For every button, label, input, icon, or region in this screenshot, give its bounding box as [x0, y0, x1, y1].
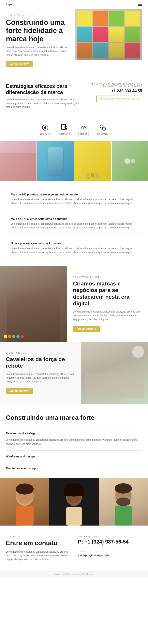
logo-name-1: COMPANY [40, 133, 51, 135]
stats-section: Mais de 345 projetos de sucesso em todo … [0, 181, 148, 266]
hero-body: Lorem ipsum dolor sit amet, consectetur … [6, 46, 71, 57]
accordion-item-1: Research and strategy + Lorem ipsum dolo… [6, 427, 142, 450]
stat-body-3: Lorem ipsum dolor sit amet, consectetur … [11, 246, 137, 254]
logos-row: COMPANY COMPANY COMPANY [0, 117, 148, 141]
team-card-2 [49, 478, 99, 526]
navbar: logo [0, 0, 148, 9]
accordion-icon-1: + [140, 431, 142, 436]
hero-section: CONSISTÊNCIA VISUAL Construindo uma fort… [0, 9, 148, 75]
strategy-section: Estratégias eficazes para diferenciação … [0, 75, 148, 117]
contact-email-label: E-MAIL [78, 550, 142, 553]
stat-card-3: Nossa presença em mais de 11 países Lore… [6, 238, 142, 258]
logo-item-4: COMPANY [97, 123, 108, 135]
image-grid-cell-2 [37, 141, 74, 181]
contact-body: Lorem ipsum dolor sit amet, consectetur … [6, 550, 70, 562]
brand-section: Construindo uma marca forte Research and… [0, 404, 148, 478]
digital-body: Lorem ipsum dolor sit amet, consectetur … [73, 310, 142, 322]
strategy-right: PRONTO PARA FALAR COM UM ESPECIALISTA EM… [90, 83, 142, 102]
accordion-header-text-2: Wireframe and design [6, 455, 35, 458]
hero-content: CONSISTÊNCIA VISUAL Construindo uma fort… [6, 9, 71, 67]
logo-name-4: COMPANY [97, 133, 108, 135]
whatwedo-body: Lorem ipsum dolor sit amet, consectetur … [6, 372, 75, 384]
contact-email-value: exemplo@exemplo.com [78, 554, 142, 557]
accordion-header-3[interactable]: Maintenance and support + [6, 466, 142, 470]
accordion-header-2[interactable]: Wireframe and design + [6, 454, 142, 458]
whatwedo-title: Cavaleiros da força de rebote [6, 356, 75, 369]
whatwedo-cta-button[interactable]: NOSSO CONTATO [6, 388, 33, 394]
team-section [0, 478, 148, 526]
accordion-body-1: Lorem ipsum dolor sit amet, consectetur … [6, 436, 142, 447]
stat-title-1: Mais de 345 projetos de sucesso em todo … [11, 193, 137, 196]
digital-section: CONSISTÊNCIA VISUAL Criamos marcas e neg… [0, 266, 148, 342]
accordion-header-1[interactable]: Research and strategy + [6, 431, 142, 436]
hamburger-line-1 [138, 3, 142, 3]
audit-button[interactable]: OBTENHA UMA AUDITORIA GRATUITA [96, 96, 142, 102]
stat-title-3: Nossa presença em mais de 11 países [11, 242, 137, 245]
digital-right-content: CONSISTÊNCIA VISUAL Criamos marcas e neg… [67, 266, 148, 342]
svg-rect-11 [16, 506, 34, 526]
accordion-icon-3: + [140, 466, 142, 470]
contact-left: CONTATOS Entre em contato Lorem ipsum do… [6, 536, 70, 561]
image-grid-cell-1 [0, 141, 36, 181]
whatwedo-label: O QUE FAZEMOS [6, 352, 75, 354]
strategy-title: Estratégias eficazes para diferenciação … [6, 83, 84, 95]
contact-right: LIGUE PARA NÓS P: +1 (324) 987-56-54 E-M… [78, 536, 142, 561]
brand-title: Construindo uma marca forte [6, 414, 142, 421]
accordion-header-text-1: Research and strategy [6, 432, 36, 435]
svg-point-6 [65, 126, 67, 129]
team-card-1 [0, 478, 49, 526]
accordion-item-3: Maintenance and support + [6, 462, 142, 474]
contact-phone-number: P: +1 (324) 987-56-54 [78, 539, 142, 545]
image-grid-cell-3 [74, 141, 111, 181]
svg-point-8 [102, 127, 106, 130]
strategy-body: Lorem ipsum dolor sit amet, consectetur … [6, 98, 84, 109]
logo-icon-1 [41, 123, 50, 132]
hero-cta-button[interactable]: NOSSO CONTATO [6, 61, 33, 67]
logo-item-2: COMPANY [59, 123, 70, 135]
digital-cta-button[interactable]: NOSSO CONTATO [73, 326, 100, 332]
svg-point-12 [16, 484, 34, 494]
footer-sample-text: Sample text. Click to select the Text El… [54, 573, 94, 575]
hamburger-line-2 [138, 4, 142, 4]
logo-name-3: COMPANY [78, 133, 89, 135]
strategy-cta-label: PRONTO PARA FALAR COM UM ESPECIALISTA EM… [90, 83, 142, 88]
contact-section: CONTATOS Entre em contato Lorem ipsum do… [0, 526, 148, 571]
digital-label: CONSISTÊNCIA VISUAL [73, 276, 142, 278]
contact-label: CONTATOS [6, 536, 70, 538]
strategy-left: Estratégias eficazes para diferenciação … [6, 83, 84, 109]
footer-sample: Sample text. Click to select the Text El… [0, 571, 148, 577]
logo-item-1: COMPANY [40, 123, 51, 135]
hero-label: CONSISTÊNCIA VISUAL [6, 14, 71, 17]
hero-title: Construindo uma forte fidelidade à marca… [6, 18, 71, 43]
strategy-phone: +1 232 333 44 55 [90, 89, 142, 93]
whatwedo-left-content: O QUE FAZEMOS Cavaleiros da força de reb… [0, 342, 81, 404]
whatwedo-right-image [81, 342, 148, 404]
stat-body-1: Lorem ipsum dolor sit amet, consectetur … [11, 198, 137, 205]
stat-card-2: Mais de 678 clientes satisfeitos e conta… [6, 213, 142, 234]
accordion-item-2: Wireframe and design + [6, 450, 142, 462]
hero-image [75, 9, 142, 60]
phone-value: +1 (324) 987-56-54 [84, 539, 128, 545]
hamburger-button[interactable] [138, 3, 142, 6]
contact-title: Entre em contato [6, 539, 70, 547]
svg-rect-15 [66, 507, 82, 526]
svg-point-25 [115, 483, 132, 494]
logo-item-3: COMPANY [78, 123, 89, 135]
accordion-body-text-1: Lorem ipsum dolor sit amet, consectetur … [6, 438, 142, 446]
image-grid [0, 141, 148, 181]
logo-icon-2 [60, 123, 69, 132]
stat-title-2: Mais de 678 clientes satisfeitos e conta… [11, 217, 137, 220]
logo: logo [6, 3, 12, 6]
contact-phone-label: LIGUE PARA NÓS [78, 536, 142, 538]
stat-card-1: Mais de 345 projetos de sucesso em todo … [6, 189, 142, 209]
team-card-3 [99, 478, 148, 526]
logo-name-2: COMPANY [59, 133, 70, 135]
phone-prefix: P: [78, 539, 83, 545]
logo-icon-3 [79, 123, 88, 132]
svg-rect-24 [115, 506, 132, 526]
whatwedo-section: O QUE FAZEMOS Cavaleiros da força de reb… [0, 342, 148, 404]
accordion-header-text-3: Maintenance and support [6, 467, 40, 470]
image-grid-cell-4 [112, 141, 148, 181]
accordion-icon-2: + [140, 454, 142, 458]
digital-left-image [0, 266, 67, 342]
